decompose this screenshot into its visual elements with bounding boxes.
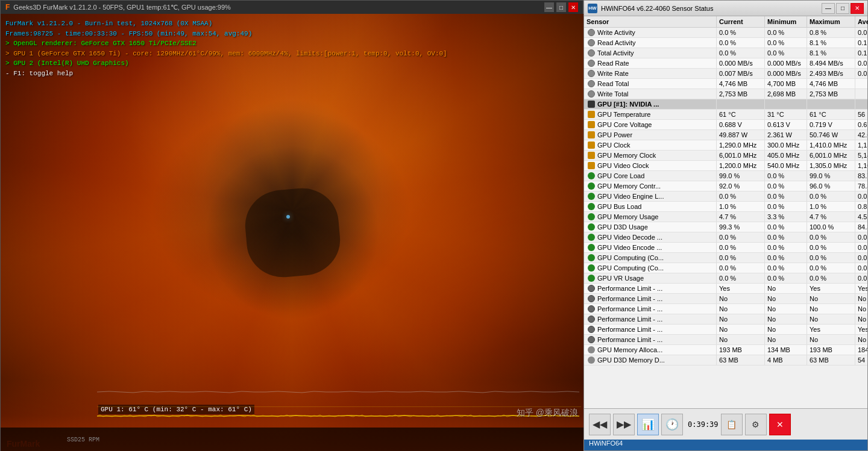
- sensor-average: 4.5 %: [855, 212, 867, 222]
- sensor-minimum: 0.0 %: [765, 48, 807, 58]
- toolbar-copy-button[interactable]: 📋: [721, 414, 743, 435]
- table-row[interactable]: Performance Limit - ... No No No No: [584, 335, 867, 345]
- table-row[interactable]: GPU Clock 1,290.0 MHz 300.0 MHz 1,410.0 …: [584, 140, 867, 151]
- hwinfo-footer-label: HWiNFO64: [584, 438, 627, 448]
- sensor-maximum: 2,753 MB: [807, 89, 855, 99]
- hwinfo-minimize-button[interactable]: —: [822, 3, 835, 14]
- table-row[interactable]: GPU Video Engine L... 0.0 % 0.0 % 0.0 % …: [584, 191, 867, 202]
- furmark-titlebar[interactable]: F Geeks3D FurMark v1.21.2.0 - 50FPS, GPU…: [1, 1, 583, 14]
- table-row[interactable]: Read Activity 0.0 % 0.0 % 8.1 % 0.1 %: [584, 38, 867, 48]
- table-row[interactable]: GPU Power 49.887 W 2.361 W 50.746 W 42.6…: [584, 130, 867, 140]
- table-row[interactable]: Performance Limit - ... No No No No: [584, 294, 867, 304]
- table-row[interactable]: GPU Computing (Co... 0.0 % 0.0 % 0.0 % 0…: [584, 263, 867, 273]
- sensor-minimum: 2.361 W: [765, 130, 807, 140]
- toolbar-forward-button[interactable]: ▶▶: [613, 414, 635, 435]
- furmark-icon: F: [5, 3, 10, 11]
- hwinfo-title-group: HW HWiNFO64 v6.22-4060 Sensor Status: [588, 4, 713, 13]
- sensor-average: No: [855, 304, 867, 314]
- sensor-minimum: 0.0 %: [765, 243, 807, 252]
- sensor-current: 0.0 %: [717, 243, 765, 252]
- sensor-minimum: No: [765, 335, 807, 344]
- table-row[interactable]: Total Activity 0.0 % 0.0 % 8.1 % 0.1 %: [584, 48, 867, 58]
- furmark-status-bar: SSD25 RPM: [1, 428, 584, 451]
- table-row[interactable]: Read Total 4,746 MB 4,700 MB 4,746 MB: [584, 79, 867, 89]
- table-row[interactable]: GPU Memory Usage 4.7 % 3.3 % 4.7 % 4.5 %: [584, 212, 867, 222]
- furmark-status-text: SSD25 RPM: [67, 437, 99, 443]
- hwinfo-maximize-button[interactable]: □: [836, 3, 849, 14]
- table-row[interactable]: GPU Temperature 61 °C 31 °C 61 °C 56 °C: [584, 110, 867, 120]
- sensor-maximum: 4,746 MB: [807, 79, 855, 89]
- toolbar-back-button[interactable]: ◀◀: [589, 414, 611, 435]
- table-row[interactable]: GPU [#1]: NVIDIA ...: [584, 99, 867, 110]
- table-row[interactable]: GPU D3D Usage 99.3 % 0.0 % 100.0 % 84.3 …: [584, 222, 867, 232]
- sensor-average: 54 MB: [855, 355, 867, 365]
- sensor-icon: [588, 39, 595, 46]
- furmark-minimize-button[interactable]: —: [544, 2, 554, 12]
- sensor-current: No: [717, 294, 765, 303]
- table-row[interactable]: GPU VR Usage 0.0 % 0.0 % 0.0 % 0.0 %: [584, 273, 867, 284]
- hwinfo-titlebar[interactable]: HW HWiNFO64 v6.22-4060 Sensor Status — □…: [584, 1, 867, 16]
- sensor-icon: [588, 172, 595, 179]
- sensor-name-cell: GPU Memory Contr...: [584, 181, 717, 191]
- col-maximum[interactable]: Maximum: [807, 16, 855, 27]
- table-row[interactable]: GPU Video Decode ... 0.0 % 0.0 % 0.0 % 0…: [584, 232, 867, 243]
- sensor-current: 99.3 %: [717, 222, 765, 232]
- table-row[interactable]: GPU Memory Clock 6,001.0 MHz 405.0 MHz 6…: [584, 151, 867, 161]
- sensor-icon: [588, 305, 595, 313]
- sensor-label: GPU Computing (Co...: [597, 264, 664, 272]
- table-row[interactable]: GPU Video Encode ... 0.0 % 0.0 % 0.0 % 0…: [584, 243, 867, 253]
- sensor-icon: [588, 142, 595, 149]
- hwinfo-column-headers: Sensor Current Minimum Maximum Average: [584, 16, 867, 28]
- sensor-minimum: 0.0 %: [765, 273, 807, 283]
- sensor-minimum: 4 MB: [765, 355, 807, 365]
- furmark-close-button[interactable]: ✕: [568, 2, 578, 12]
- col-current[interactable]: Current: [717, 16, 765, 27]
- sensor-label: GPU Video Clock: [597, 162, 649, 169]
- sensor-minimum: 2,698 MB: [765, 89, 807, 99]
- table-row[interactable]: Performance Limit - ... Yes No Yes Yes: [584, 284, 867, 294]
- sensor-minimum: No: [765, 284, 807, 293]
- sensor-minimum: 0.0 %: [765, 263, 807, 273]
- table-row[interactable]: GPU Core Voltage 0.688 V 0.613 V 0.719 V…: [584, 120, 867, 130]
- sensor-minimum: 0.000 MB/s: [765, 58, 807, 68]
- table-row[interactable]: Write Activity 0.0 % 0.0 % 0.8 % 0.0 %: [584, 28, 867, 38]
- sensor-average: 42.627 W: [855, 130, 867, 140]
- furmark-canvas: FurMark v1.21.2.0 - Burn-in test, 1024x7…: [1, 14, 584, 451]
- col-minimum[interactable]: Minimum: [765, 16, 807, 27]
- sensor-label: GPU Temperature: [597, 111, 650, 118]
- table-row[interactable]: GPU D3D Memory D... 63 MB 4 MB 63 MB 54 …: [584, 355, 867, 365]
- hwinfo-close-button[interactable]: ✕: [851, 3, 864, 14]
- furmark-maximize-button[interactable]: □: [556, 2, 566, 12]
- furmark-window-controls[interactable]: — □ ✕: [544, 2, 578, 12]
- toolbar-clock-button[interactable]: 🕐: [661, 414, 683, 435]
- toolbar-chart-button[interactable]: 📊: [637, 414, 659, 435]
- table-row[interactable]: GPU Bus Load 1.0 % 0.0 % 1.0 % 0.8 %: [584, 202, 867, 212]
- table-row[interactable]: GPU Memory Alloca... 193 MB 134 MB 193 M…: [584, 345, 867, 355]
- table-row[interactable]: Read Rate 0.000 MB/s 0.000 MB/s 8.494 MB…: [584, 58, 867, 69]
- table-row[interactable]: Write Total 2,753 MB 2,698 MB 2,753 MB: [584, 89, 867, 99]
- col-sensor[interactable]: Sensor: [584, 16, 717, 27]
- sensor-name-cell: GPU Computing (Co...: [584, 263, 717, 273]
- hwinfo-toolbar[interactable]: ◀◀ ▶▶ 📊 🕐 0:39:39 📋 ⚙ ✕: [584, 408, 867, 440]
- sensor-name-cell: GPU VR Usage: [584, 273, 717, 283]
- furmark-window: F Geeks3D FurMark v1.21.2.0 - 50FPS, GPU…: [0, 0, 583, 451]
- sensor-icon: [588, 326, 595, 333]
- col-average[interactable]: Average: [855, 16, 868, 27]
- toolbar-close-button[interactable]: ✕: [769, 414, 791, 435]
- sensor-current: 92.0 %: [717, 181, 765, 191]
- toolbar-settings-button[interactable]: ⚙: [745, 414, 767, 435]
- table-row[interactable]: Performance Limit - ... No No No No: [584, 314, 867, 325]
- table-row[interactable]: GPU Memory Contr... 92.0 % 0.0 % 96.0 % …: [584, 181, 867, 191]
- sensor-minimum: 31 °C: [765, 110, 807, 119]
- table-row[interactable]: Write Rate 0.007 MB/s 0.000 MB/s 2.493 M…: [584, 69, 867, 79]
- table-row[interactable]: GPU Core Load 99.0 % 0.0 % 99.0 % 83.7 %: [584, 171, 867, 181]
- table-row[interactable]: GPU Video Clock 1,200.0 MHz 540.0 MHz 1,…: [584, 161, 867, 171]
- sensor-current: No: [717, 314, 765, 324]
- sensor-maximum: Yes: [807, 284, 855, 293]
- sensor-maximum: No: [807, 335, 855, 344]
- hwinfo-sensor-table[interactable]: Write Activity 0.0 % 0.0 % 0.8 % 0.0 % R…: [584, 28, 867, 408]
- table-row[interactable]: Performance Limit - ... No No Yes Yes: [584, 325, 867, 335]
- table-row[interactable]: GPU Computing (Co... 0.0 % 0.0 % 0.0 % 0…: [584, 253, 867, 263]
- table-row[interactable]: Performance Limit - ... No No No No: [584, 304, 867, 314]
- hwinfo-window-controls[interactable]: — □ ✕: [822, 3, 864, 14]
